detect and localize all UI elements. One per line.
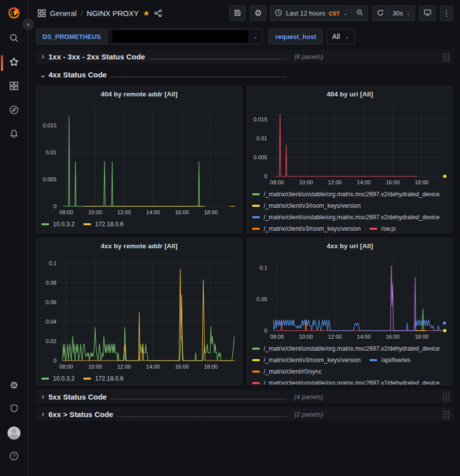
legend-label: /_matrix/client/v3/room_keys/version: [264, 357, 361, 364]
legend-item[interactable]: /_matrix/client/unstable/org.matrix.msc2…: [252, 377, 440, 385]
svg-text:10:00: 10:00: [299, 334, 313, 340]
row-drag-handle[interactable]: [442, 392, 450, 402]
legend-item[interactable]: /_matrix/client/unstable/org.matrix.msc2…: [252, 188, 440, 200]
sidebar-item-alerting[interactable]: [0, 123, 28, 147]
sidebar-item-profile[interactable]: [0, 421, 28, 445]
panel-404-by-remote-addr: 404 by remote addr [All] 00.0050.010.015…: [36, 86, 242, 233]
row-lead: 5xx Status Code: [48, 393, 287, 401]
grafana-logo-icon[interactable]: [6, 5, 21, 20]
redacted-value: [112, 30, 248, 42]
row-title: 4xx Status Code: [48, 70, 107, 79]
legend-swatch: [252, 205, 260, 207]
chevron-right-icon: ›: [39, 410, 46, 419]
legend-label: /sw.js: [381, 225, 396, 232]
svg-text:0.015: 0.015: [253, 116, 267, 122]
time-range-picker[interactable]: Last 12 hours CST ⌄: [270, 5, 352, 21]
svg-text:16:00: 16:00: [175, 209, 189, 215]
legend-item[interactable]: /api/live/ws: [370, 354, 411, 366]
dashboard-scroll-area: › 1xx - 3xx - 2xx Status Code (6 panels)…: [28, 46, 460, 476]
svg-text:0: 0: [53, 358, 56, 364]
breadcrumb-separator: /: [80, 9, 82, 17]
panel-title[interactable]: 404 by remote addr [All]: [36, 86, 242, 101]
legend-swatch: [252, 193, 260, 195]
datasource-select[interactable]: ⌄: [107, 28, 263, 44]
dotted-leader: [111, 76, 286, 77]
chart-canvas[interactable]: 00.0050.010.01508:0010:0012:0014:0016:00…: [36, 101, 242, 217]
sidebar-item-settings[interactable]: ⚙: [0, 373, 28, 397]
sidebar-item-search[interactable]: [0, 27, 28, 51]
svg-text:10:00: 10:00: [88, 209, 102, 215]
svg-text:18:00: 18:00: [415, 179, 429, 185]
legend-item[interactable]: /_matrix/client/unstable/org.matrix.msc2…: [252, 343, 440, 354]
share-icon[interactable]: [154, 9, 162, 17]
row-panel-count: (4 panels): [294, 393, 323, 401]
row-header-4xx[interactable]: ⌄ 4xx Status Code: [36, 67, 453, 81]
legend-label: /_matrix/client/unstable/org.matrix.msc2…: [264, 191, 440, 198]
save-dashboard-button[interactable]: [229, 5, 246, 21]
legend-swatch: [252, 348, 260, 350]
zoom-out-button[interactable]: [352, 5, 368, 21]
legend-swatch: [83, 378, 91, 380]
star-icon: [9, 57, 19, 69]
row-header-6xx[interactable]: › 6xx > Status Code (2 panels): [36, 407, 453, 421]
kebab-menu-icon: ⋮: [443, 8, 451, 18]
row-header-1xx[interactable]: › 1xx - 3xx - 2xx Status Code (6 panels): [36, 49, 453, 63]
chart-canvas[interactable]: 00.0050.010.01508:0010:0012:0014:0016:00…: [247, 101, 453, 187]
sidebar-item-help[interactable]: ?: [0, 445, 28, 469]
sidebar-item-admin[interactable]: [0, 397, 28, 421]
legend-item[interactable]: /sw.js: [370, 223, 396, 233]
row-drag-handle[interactable]: [442, 410, 450, 419]
chart-canvas[interactable]: 00.020.040.060.080.108:0010:0012:0014:00…: [36, 253, 242, 372]
more-options-button[interactable]: ⋮: [440, 5, 453, 21]
chevron-down-icon: ⌄: [343, 10, 347, 16]
chart-canvas[interactable]: 00.050.108:0010:0012:0014:0016:0018:00: [247, 253, 453, 342]
favorite-star-icon[interactable]: ★: [143, 8, 150, 18]
svg-text:14:00: 14:00: [146, 209, 160, 215]
row-drag-handle[interactable]: [442, 52, 450, 61]
svg-text:0.1: 0.1: [49, 260, 56, 266]
chevron-down-icon: ⌄: [253, 34, 257, 39]
sidebar-item-starred[interactable]: [0, 51, 28, 75]
svg-text:0: 0: [264, 328, 267, 334]
refresh-button[interactable]: [372, 5, 389, 21]
svg-text:0.01: 0.01: [46, 149, 56, 155]
panel-title[interactable]: 4xx by remote addr [All]: [36, 238, 242, 253]
variables-row: DS_PROMETHEUS ⌄ request_host All ⌄: [28, 26, 460, 46]
svg-text:18:00: 18:00: [204, 209, 218, 215]
legend-item[interactable]: /_matrix/client/v3/room_keys/version: [252, 354, 361, 366]
svg-text:?: ?: [12, 453, 15, 459]
svg-text:16:00: 16:00: [386, 334, 400, 340]
svg-text:16:00: 16:00: [386, 179, 400, 185]
row-header-5xx[interactable]: › 5xx Status Code (4 panels): [36, 390, 453, 404]
time-picker-group: Last 12 hours CST ⌄: [270, 5, 368, 21]
svg-text:18:00: 18:00: [415, 334, 429, 340]
legend-swatch: [252, 216, 260, 218]
svg-text:08:00: 08:00: [270, 179, 284, 185]
chart-container: 00.0050.010.01508:0010:0012:0014:0016:00…: [36, 101, 242, 217]
legend-item[interactable]: 172.18.0.6: [83, 373, 123, 384]
legend-swatch: [370, 359, 377, 361]
chart-container: 00.020.040.060.080.108:0010:0012:0014:00…: [36, 253, 242, 372]
legend-item[interactable]: /_matrix/client/r0/sync: [252, 366, 322, 377]
legend-label: 10.0.3.2: [53, 375, 74, 382]
main-area: General / NGINX PROXY ★: [28, 0, 460, 476]
dashboard-settings-button[interactable]: ⚙: [250, 5, 266, 21]
chevron-down-icon: ⌄: [345, 34, 349, 39]
legend-item[interactable]: /_matrix/client/v3/room_keys/version: [252, 223, 361, 233]
sidebar-item-dashboards[interactable]: [0, 75, 28, 99]
legend-swatch: [83, 223, 91, 225]
legend-item[interactable]: 172.18.0.6: [83, 218, 123, 230]
panel-title[interactable]: 404 by uri [All]: [247, 86, 453, 101]
sidebar-item-explore[interactable]: [0, 99, 28, 123]
legend-item[interactable]: /_matrix/client/v3/room_keys/version: [252, 200, 361, 211]
sidebar-expand-button[interactable]: ›: [22, 18, 34, 30]
legend-item[interactable]: 10.0.3.2: [41, 218, 74, 230]
refresh-interval-select[interactable]: 30s ⌄: [388, 5, 415, 21]
panel-title[interactable]: 4xx by uri [All]: [247, 238, 453, 253]
breadcrumb-section[interactable]: General: [50, 9, 76, 17]
compass-icon: [9, 105, 19, 117]
request-host-select[interactable]: All ⌄: [327, 28, 355, 44]
legend-item[interactable]: /_matrix/client/unstable/org.matrix.msc2…: [252, 211, 440, 223]
kiosk-mode-button[interactable]: [419, 5, 436, 21]
legend-item[interactable]: 10.0.3.2: [41, 373, 74, 384]
